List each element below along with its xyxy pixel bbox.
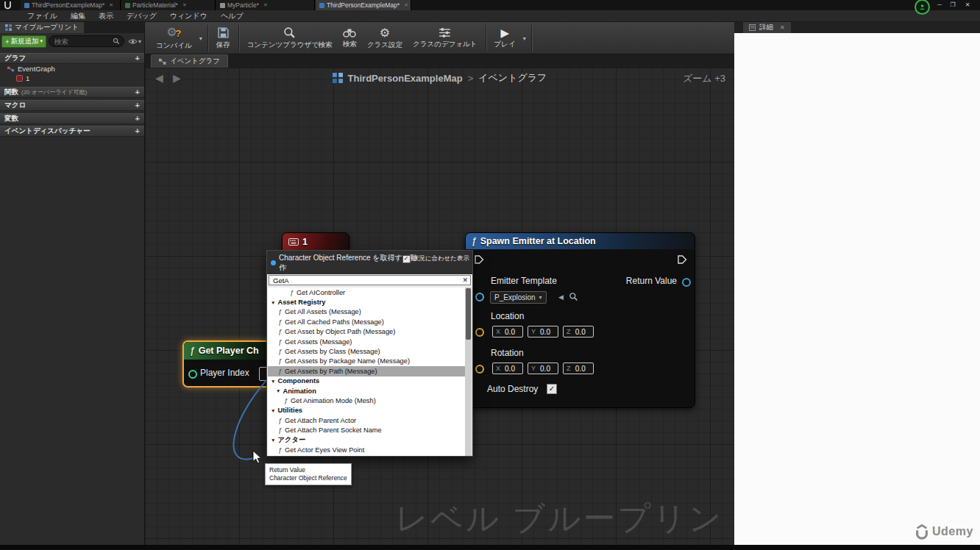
list-item-key-event[interactable]: 1 xyxy=(16,74,29,82)
close-icon[interactable]: ✕ xyxy=(109,2,113,8)
menu-window[interactable]: ウィンドウ xyxy=(163,11,214,21)
compile-button[interactable]: ⚙ ? コンパイル xyxy=(151,23,197,54)
expander-icon[interactable]: ▼ xyxy=(271,408,275,413)
context-menu-category[interactable]: ▼Utilities xyxy=(268,406,466,415)
section-event-dispatchers[interactable]: イベントディスパッチャー + xyxy=(0,126,144,137)
section-graphs[interactable]: グラフ + xyxy=(0,53,144,64)
context-menu-category[interactable]: ▼Animation xyxy=(268,386,466,396)
document-tab[interactable]: ThirdPersonExampleMap* ✕ xyxy=(21,0,121,10)
player-index-pin[interactable] xyxy=(188,370,197,379)
section-variables[interactable]: 変数 + xyxy=(0,113,144,124)
context-menu-item[interactable]: ƒGet Attach Parent Actor xyxy=(268,415,466,425)
context-menu-item[interactable]: ƒGet Assets by Package Name (Message) xyxy=(268,357,466,366)
save-button[interactable]: 保存 xyxy=(211,23,235,54)
close-icon[interactable]: ✕ xyxy=(263,2,268,8)
add-new-button[interactable]: + 新規追加 ▾ xyxy=(1,35,46,48)
context-menu-item[interactable]: ƒGet All Assets (Message) xyxy=(268,307,466,317)
document-tab[interactable]: ParticleMaterial* ✕ xyxy=(121,0,216,10)
return-value-pin[interactable] xyxy=(682,278,691,287)
context-menu-search-input[interactable] xyxy=(271,276,462,285)
view-options-button[interactable]: ▾ xyxy=(127,38,143,45)
history-forward-button[interactable]: ▶ xyxy=(173,72,181,84)
close-icon[interactable]: ✕ xyxy=(182,2,187,8)
account-avatar[interactable] xyxy=(915,0,930,15)
node-get-player-character[interactable]: ƒ Get Player Ch Player Index xyxy=(182,340,278,388)
rotation-x-input[interactable]: X 0.0 xyxy=(492,362,523,374)
restore-button[interactable]: ❐ xyxy=(948,1,958,9)
context-menu-item[interactable]: ƒGet Asset by Object Path (Message) xyxy=(268,327,466,337)
context-menu-item[interactable]: ƒGet All Cached Paths (Message) xyxy=(268,317,466,326)
context-menu-item[interactable]: ƒGet Actor Eyes View Point xyxy=(268,445,466,454)
rotation-y-input[interactable]: Y 0.0 xyxy=(528,362,558,374)
auto-destroy-checkbox[interactable]: ✓ xyxy=(547,384,557,394)
breadcrumb-root[interactable]: ThirdPersonExampleMap xyxy=(348,73,463,84)
class-defaults-button[interactable]: クラスのデフォルト xyxy=(408,23,483,54)
rotation-pin[interactable] xyxy=(475,365,484,374)
context-menu-category[interactable]: ▼アクター xyxy=(268,435,466,445)
node-spawn-emitter[interactable]: ƒ Spawn Emitter at Location Emitter Temp… xyxy=(465,232,695,408)
blueprint-search-input[interactable] xyxy=(53,37,113,46)
history-back-button[interactable]: ◀ xyxy=(155,72,163,84)
context-menu-item[interactable]: ƒGet Assets by Class (Message) xyxy=(268,346,466,356)
menu-help[interactable]: ヘルプ xyxy=(214,11,250,21)
add-function-button[interactable]: + xyxy=(135,88,140,96)
context-menu-item[interactable]: ƒGet Attach Parent Socket Name xyxy=(268,425,466,435)
clear-search-icon[interactable]: ✕ xyxy=(462,276,468,284)
play-button[interactable]: ▶ プレイ xyxy=(489,23,521,54)
tab-my-blueprint[interactable]: マイブループリント xyxy=(0,22,84,33)
document-tab-active[interactable]: ThirdPersonExampleMap* ✕ xyxy=(316,0,411,10)
context-sensitive-toggle[interactable]: ✓ 状況に合わせた表示 xyxy=(402,254,469,263)
close-icon[interactable]: ✕ xyxy=(780,24,785,31)
checkbox-checked-icon[interactable]: ✓ xyxy=(402,255,411,263)
search-button[interactable]: 検索 xyxy=(338,23,362,54)
add-macro-button[interactable]: + xyxy=(135,101,140,110)
class-settings-button[interactable]: ⚙ クラス設定 xyxy=(362,23,408,54)
context-menu-category[interactable]: ▼Components xyxy=(268,376,466,386)
rotation-z-input[interactable]: Z 0.0 xyxy=(563,362,594,374)
event-graph-canvas[interactable]: ◀ ▶ ThirdPersonExampleMap > イベントグラフ ズーム … xyxy=(145,68,734,545)
menu-file[interactable]: ファイル xyxy=(21,11,64,21)
context-menu-search[interactable]: ✕ xyxy=(269,275,471,285)
blueprint-search-box[interactable] xyxy=(49,35,124,47)
location-pin[interactable] xyxy=(475,328,484,337)
emitter-template-pin[interactable] xyxy=(475,293,484,301)
document-tab[interactable]: MyParticle* ✕ xyxy=(216,0,315,10)
section-macros[interactable]: マクロ + xyxy=(0,100,144,111)
context-menu-item[interactable]: ƒGet Animation Mode (Mesh) xyxy=(268,396,466,405)
location-z-input[interactable]: Z 0.0 xyxy=(563,326,594,338)
close-icon[interactable]: ✕ xyxy=(404,2,408,8)
add-dispatcher-button[interactable]: + xyxy=(135,127,140,135)
context-menu-item[interactable]: ƒGet AIController xyxy=(268,288,466,297)
expander-icon[interactable]: ▼ xyxy=(271,379,275,384)
list-item-eventgraph[interactable]: EventGraph xyxy=(7,65,55,73)
context-menu-scrollbar[interactable] xyxy=(465,288,472,456)
add-graph-button[interactable]: + xyxy=(135,54,140,63)
tab-details[interactable]: 詳細 ✕ xyxy=(743,22,791,33)
context-menu-item-selected[interactable]: ƒGet Assets by Path (Message) xyxy=(268,366,466,376)
node-get-player-header[interactable]: ƒ Get Player Ch xyxy=(184,342,277,360)
menu-debug[interactable]: デバッグ xyxy=(120,11,163,21)
use-selected-asset-icon[interactable]: ◀ xyxy=(558,294,564,301)
breadcrumb-current[interactable]: イベントグラフ xyxy=(478,71,547,85)
node-key-event-header[interactable]: 1 xyxy=(283,233,349,251)
expander-icon[interactable]: ▼ xyxy=(276,388,280,393)
context-menu-category[interactable]: ▼Asset Registry xyxy=(268,297,466,307)
expander-icon[interactable]: ▼ xyxy=(271,300,275,305)
exec-out-pin[interactable] xyxy=(678,255,687,264)
play-options-dropdown[interactable]: ▾ xyxy=(521,23,528,54)
tab-event-graph[interactable]: イベントグラフ xyxy=(151,54,228,68)
location-x-input[interactable]: X 0.0 xyxy=(492,326,523,338)
node-spawn-emitter-header[interactable]: ƒ Spawn Emitter at Location xyxy=(466,233,695,249)
compile-options-dropdown[interactable]: ▾ xyxy=(197,23,205,54)
minimize-button[interactable]: ─ xyxy=(934,1,945,9)
find-in-content-browser-button[interactable]: コンテンツブラウザで検索 xyxy=(242,23,338,54)
location-y-input[interactable]: Y 0.0 xyxy=(528,326,558,338)
section-functions[interactable]: 関数 (20 オーバーライド可能) + xyxy=(0,87,144,98)
expander-icon[interactable]: ▼ xyxy=(271,438,275,443)
scrollbar-thumb[interactable] xyxy=(466,288,471,340)
close-button[interactable]: ✕ xyxy=(962,1,973,9)
add-variable-button[interactable]: + xyxy=(135,115,140,123)
emitter-template-dropdown[interactable]: P_Explosion ▾ xyxy=(490,291,547,304)
menu-view[interactable]: 表示 xyxy=(92,11,120,21)
menu-edit[interactable]: 編集 xyxy=(64,11,92,21)
